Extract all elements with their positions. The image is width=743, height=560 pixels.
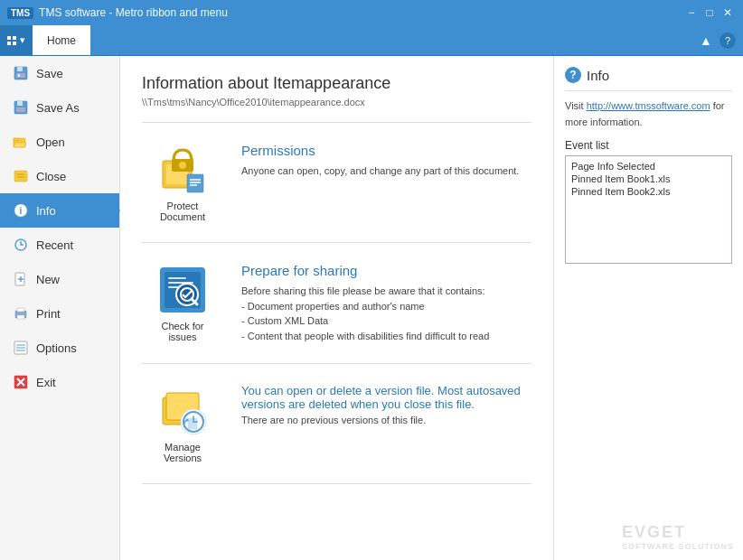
content-filepath: \\Tms\tms\Nancy\Office2010\itemappearanc… bbox=[142, 97, 531, 107]
watermark-line1: EVGET bbox=[622, 523, 686, 541]
save-as-icon bbox=[13, 99, 29, 116]
sidebar-print-label: Print bbox=[36, 307, 61, 321]
ribbon-collapse-button[interactable]: ▲ bbox=[696, 31, 716, 51]
sidebar-item-info[interactable]: i Info bbox=[0, 193, 119, 228]
svg-rect-3 bbox=[18, 74, 20, 77]
divider-4 bbox=[142, 483, 531, 484]
tms-badge: TMS bbox=[7, 7, 33, 19]
event-list: Page Info Selected Pinned Item Book1.xls… bbox=[565, 155, 732, 264]
divider-3 bbox=[142, 363, 531, 364]
exit-icon bbox=[13, 374, 29, 390]
sidebar-item-close[interactable]: Close bbox=[0, 159, 119, 193]
sidebar-exit-label: Exit bbox=[36, 376, 56, 389]
ribbon-tab-home[interactable]: Home bbox=[33, 25, 90, 55]
manage-versions-label: Manage Versions bbox=[164, 442, 202, 463]
sidebar-new-label: New bbox=[36, 273, 60, 286]
versions-content: You can open or delete a version file. M… bbox=[241, 384, 531, 425]
divider-2 bbox=[142, 242, 531, 243]
ribbon-help-button[interactable]: ? bbox=[719, 33, 736, 49]
prepare-content: Prepare for sharing Before sharing this … bbox=[241, 263, 531, 343]
title-bar-controls: − □ ✕ bbox=[683, 5, 736, 21]
title-bar: TMS TMS software - Metro ribbon and menu… bbox=[0, 0, 743, 25]
sidebar-item-save[interactable]: Save bbox=[0, 56, 119, 90]
protect-document-icon bbox=[155, 143, 210, 197]
visit-label: Visit bbox=[565, 100, 584, 111]
event-item-0[interactable]: Page Info Selected bbox=[569, 160, 728, 173]
prepare-title: Prepare for sharing bbox=[241, 263, 531, 278]
svg-rect-2 bbox=[16, 73, 25, 78]
permissions-title: Permissions bbox=[241, 143, 531, 158]
main-layout: Save Save As Open Close bbox=[0, 56, 743, 560]
title-bar-left: TMS TMS software - Metro ribbon and menu bbox=[7, 6, 228, 19]
permissions-section: Protect Document Permissions Anyone can … bbox=[142, 134, 531, 231]
right-panel-title: Info bbox=[587, 68, 609, 83]
dropdown-arrow: ▾ bbox=[20, 34, 25, 46]
sidebar-options-label: Options bbox=[36, 341, 77, 355]
prepare-section: Check for issues Prepare for sharing Bef… bbox=[142, 254, 531, 352]
prepare-icon-area: Check for issues bbox=[142, 263, 223, 342]
event-item-1[interactable]: Pinned Item Book1.xls bbox=[569, 173, 728, 185]
sidebar-item-options[interactable]: Options bbox=[0, 331, 119, 365]
sidebar-item-save-as[interactable]: Save As bbox=[0, 90, 119, 125]
versions-title-text: You can open or delete a version file. M… bbox=[241, 384, 531, 411]
new-icon bbox=[13, 271, 29, 287]
sidebar-open-label: Open bbox=[36, 135, 65, 149]
svg-rect-32 bbox=[187, 174, 203, 192]
options-icon bbox=[13, 340, 29, 356]
minimize-button[interactable]: − bbox=[683, 5, 700, 21]
sidebar-item-print[interactable]: Print bbox=[0, 296, 119, 331]
svg-rect-6 bbox=[16, 107, 25, 112]
sidebar-item-open[interactable]: Open bbox=[0, 125, 119, 159]
ribbon-menu-button[interactable]: ▾ bbox=[0, 25, 33, 55]
svg-text:i: i bbox=[20, 206, 23, 216]
svg-rect-49 bbox=[188, 418, 197, 429]
permissions-text: Anyone can open, copy, and change any pa… bbox=[241, 163, 531, 179]
sidebar-save-as-label: Save As bbox=[36, 101, 80, 115]
ribbon: ▾ Home ▲ ? bbox=[0, 25, 743, 56]
sidebar-info-label: Info bbox=[36, 204, 56, 218]
protect-document-label: Protect Document bbox=[160, 201, 205, 222]
sidebar-recent-label: Recent bbox=[36, 238, 73, 252]
right-panel-header: ? Info bbox=[565, 67, 732, 91]
divider-1 bbox=[142, 122, 531, 123]
watermark: EVGET SOFTWARE SOLUTIONS bbox=[622, 523, 734, 551]
event-item-2[interactable]: Pinned Item Book2.xls bbox=[569, 185, 728, 198]
svg-point-31 bbox=[179, 162, 186, 169]
check-issues-label: Check for issues bbox=[161, 321, 203, 342]
svg-rect-19 bbox=[17, 308, 24, 312]
svg-rect-5 bbox=[17, 101, 23, 106]
sidebar-item-recent[interactable]: Recent bbox=[0, 228, 119, 262]
ribbon-left: ▾ Home bbox=[0, 25, 90, 55]
save-icon bbox=[13, 65, 29, 81]
event-list-label: Event list bbox=[565, 139, 732, 152]
permissions-content: Permissions Anyone can open, copy, and c… bbox=[241, 143, 531, 179]
svg-rect-8 bbox=[14, 138, 18, 141]
maximize-button[interactable]: □ bbox=[701, 5, 718, 21]
print-icon bbox=[13, 305, 29, 322]
right-panel-visit-text: Visit http://www.tmssoftware.com for mor… bbox=[565, 98, 732, 130]
sidebar-item-new[interactable]: New bbox=[0, 262, 119, 296]
svg-rect-9 bbox=[14, 171, 27, 182]
sidebar-close-label: Close bbox=[36, 170, 66, 183]
versions-sub-text: There are no previous versions of this f… bbox=[241, 415, 531, 425]
sidebar-item-exit[interactable]: Exit bbox=[0, 365, 119, 399]
content-area: Information about Itemappearance \\Tms\t… bbox=[120, 56, 553, 560]
open-icon bbox=[13, 134, 29, 150]
ribbon-right: ▲ ? bbox=[696, 31, 743, 51]
content-title: Information about Itemappearance bbox=[142, 74, 531, 93]
permissions-icon-area: Protect Document bbox=[142, 143, 223, 222]
check-issues-icon bbox=[155, 263, 210, 317]
versions-section: Manage Versions You can open or delete a… bbox=[142, 375, 531, 472]
watermark-line2: SOFTWARE SOLUTIONS bbox=[622, 542, 734, 551]
tms-link[interactable]: http://www.tmssoftware.com bbox=[587, 100, 710, 111]
prepare-text: Before sharing this file please be aware… bbox=[241, 284, 531, 343]
close-menu-icon bbox=[13, 168, 29, 184]
info-menu-icon: i bbox=[13, 202, 29, 219]
svg-rect-20 bbox=[17, 315, 24, 319]
svg-rect-38 bbox=[168, 277, 186, 279]
recent-icon bbox=[13, 237, 29, 253]
manage-versions-icon bbox=[155, 384, 210, 438]
close-button[interactable]: ✕ bbox=[719, 5, 736, 21]
right-panel: ? Info Visit http://www.tmssoftware.com … bbox=[553, 56, 743, 560]
sidebar-save-label: Save bbox=[36, 67, 63, 80]
